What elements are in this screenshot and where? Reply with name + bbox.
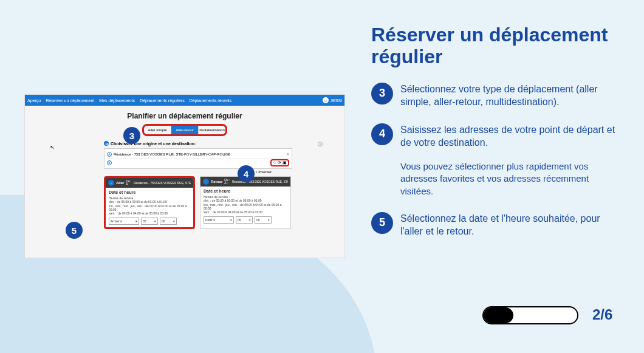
panel-retour-body: Date et heure Heures de service : dim. :… bbox=[200, 187, 290, 226]
step-text: Sélectionnez votre type de déplacement (… bbox=[400, 83, 619, 109]
mode-select[interactable]: Partir à▾ bbox=[204, 216, 234, 224]
chevron-down-icon: ▾ bbox=[135, 219, 137, 223]
nav-item[interactable]: Déplacements réguliers bbox=[140, 98, 185, 103]
top-bar: Aperçu Réserver un déplacement Mes dépla… bbox=[25, 95, 344, 106]
chevron-down-icon: ▾ bbox=[268, 218, 270, 222]
page-title: Réserver un déplacement régulier bbox=[371, 24, 626, 68]
trip-type-return[interactable]: Aller-retour bbox=[171, 126, 199, 134]
minute-select[interactable]: 00▾ bbox=[255, 216, 272, 224]
time-selects: Arriver à▾ 05▾ 00▾ bbox=[109, 218, 190, 225]
clear-a-icon[interactable]: × bbox=[287, 152, 289, 156]
minute-select[interactable]: 00▾ bbox=[160, 218, 177, 225]
user-badge[interactable]: ☺ JESSI bbox=[323, 97, 342, 103]
user-name: JESSI bbox=[331, 98, 342, 103]
hours-weekday: lun., mar., mer., jeu., ven. : de 00:00 … bbox=[109, 204, 190, 212]
progress-bar[interactable] bbox=[482, 306, 578, 324]
from-value: Résidence - 753 DES VOSGES RUE, STE-F... bbox=[134, 182, 191, 185]
hour-select[interactable]: 05▾ bbox=[236, 216, 253, 224]
trip-type-simple[interactable]: Aller simple bbox=[144, 126, 171, 134]
heart-icon[interactable]: ♡ bbox=[273, 160, 276, 165]
address-row-a[interactable]: A Résidence - 753 DES VOSGES RUE, STE-FO… bbox=[106, 150, 290, 159]
address-box: A Résidence - 753 DES VOSGES RUE, STE-FO… bbox=[104, 148, 292, 169]
nav-item[interactable]: Réserver un déplacement bbox=[46, 98, 94, 103]
step-5: 5 Sélectionnez la date et l'heure souhai… bbox=[371, 212, 626, 238]
page-indicator: 2/6 bbox=[592, 306, 612, 323]
panel-retour-title: Retour bbox=[211, 180, 222, 183]
panel-aller-values: Résidence - 753 DES VOSGES RUE, STE-F... bbox=[134, 182, 191, 185]
arrow-right-icon: → bbox=[108, 180, 114, 186]
invert-button[interactable]: ↕ Inverser bbox=[104, 169, 292, 174]
step-4-subtext: Vous pouvez sélectionner plus rapidement… bbox=[400, 160, 619, 197]
date-label: Date et heure bbox=[109, 190, 190, 194]
arrow-left-icon: ← bbox=[203, 179, 209, 185]
time-selects: Partir à▾ 05▾ 00▾ bbox=[204, 216, 287, 224]
nav-item[interactable]: Aperçu bbox=[27, 98, 41, 103]
panel-aller-body: Date et heure Heures de service : dim. :… bbox=[106, 188, 193, 227]
progress-fill bbox=[484, 307, 513, 323]
nav-item[interactable]: Déplacements récents bbox=[190, 98, 232, 103]
hours-sat: sam. : de 00:00 à 04:00 et de 05:00 à 03… bbox=[204, 210, 287, 214]
fav-shortcuts[interactable]: ♡ ⟳ ▣ bbox=[270, 159, 289, 166]
pin-a-icon: A bbox=[107, 152, 112, 157]
panel-aller: → Aller De : À : Résidence - 753 DES VOS… bbox=[104, 176, 195, 229]
callout-5: 5 bbox=[66, 222, 83, 239]
hour-select[interactable]: 05▾ bbox=[141, 218, 158, 225]
section-icon: ➜ bbox=[104, 141, 109, 146]
chevron-down-icon: ▾ bbox=[154, 219, 156, 223]
panel-aller-labels: De : À : bbox=[126, 180, 131, 186]
screenshot-title: Planifier un déplacement régulier bbox=[25, 106, 344, 124]
step-bullet: 5 bbox=[371, 212, 393, 234]
recent-icon[interactable]: ⟳ bbox=[278, 160, 281, 165]
trip-type-multi[interactable]: Multidestination bbox=[199, 126, 225, 134]
a-label: À : bbox=[126, 183, 131, 186]
step-3: 3 Sélectionnez votre type de déplacement… bbox=[371, 83, 626, 109]
step-text: Sélectionnez la date et l'heure souhaité… bbox=[400, 212, 619, 238]
date-label: Date et heure bbox=[204, 189, 287, 193]
chevron-down-icon: ▾ bbox=[173, 219, 175, 223]
hours-sat: sam. : de 00:00 à 04:00 et de 05:00 à 03… bbox=[109, 211, 190, 215]
callout-4: 4 bbox=[238, 165, 255, 182]
panels: → Aller De : À : Résidence - 753 DES VOS… bbox=[104, 176, 344, 229]
section-label-text: Choisissez une origine et une destinatio… bbox=[111, 142, 196, 146]
step-text: Saisissez les adresses de votre point de… bbox=[400, 123, 619, 149]
nav-item[interactable]: Mes déplacements bbox=[99, 98, 135, 103]
to-value: Résidence - 753 DES VOSGES RUE, STE-... bbox=[232, 180, 288, 183]
panel-aller-head: → Aller De : À : Résidence - 753 DES VOS… bbox=[106, 178, 193, 188]
panel-aller-title: Aller bbox=[116, 181, 124, 185]
cursor-icon: ↖ bbox=[49, 143, 55, 150]
service-hours: Heures de service : dim. : de 05:00 à 00… bbox=[204, 195, 287, 214]
step-4: 4 Saisissez les adresses de votre point … bbox=[371, 123, 626, 149]
addressbook-icon[interactable]: ▣ bbox=[283, 160, 287, 165]
pin-b-icon: B bbox=[107, 160, 112, 165]
chevron-down-icon: ▾ bbox=[230, 218, 232, 222]
origin-dest-label: ➜ Choisissez une origine et une destinat… bbox=[104, 141, 344, 146]
step-bullet: 3 bbox=[371, 83, 393, 105]
hours-weekday: lun., mar., mer., jeu., ven. : de 00:00 … bbox=[204, 203, 287, 211]
address-a-text: Résidence - 753 DES VOSGES RUE, STE-FOY-… bbox=[114, 153, 230, 156]
mode-select[interactable]: Arriver à▾ bbox=[109, 218, 139, 225]
address-row-b[interactable]: B ♡ ⟳ ▣ bbox=[106, 159, 290, 167]
panel-retour: ← Retour De : À : Résidence - 753 DES VO… bbox=[200, 176, 291, 229]
callout-3: 3 bbox=[123, 127, 140, 144]
panel-retour-values: Résidence - 753 DES VOSGES RUE, STE-... bbox=[232, 180, 288, 183]
service-hours: Heures de service : dim. : de 05:00 à 00… bbox=[109, 196, 190, 215]
info-icon[interactable]: ⓘ bbox=[318, 141, 323, 148]
instruction-column: Réserver un déplacement régulier 3 Sélec… bbox=[371, 24, 626, 238]
user-icon: ☺ bbox=[323, 97, 329, 103]
chevron-down-icon: ▾ bbox=[249, 218, 251, 222]
panel-retour-labels: De : À : bbox=[224, 179, 230, 185]
trip-type-toggle[interactable]: Aller simple Aller-retour Multidestinati… bbox=[142, 124, 227, 136]
step-bullet: 4 bbox=[371, 123, 393, 145]
nav-bar: Aperçu Réserver un déplacement Mes dépla… bbox=[27, 98, 231, 103]
a-label: À : bbox=[224, 182, 230, 185]
slide: Aperçu Réserver un déplacement Mes dépla… bbox=[0, 0, 644, 353]
